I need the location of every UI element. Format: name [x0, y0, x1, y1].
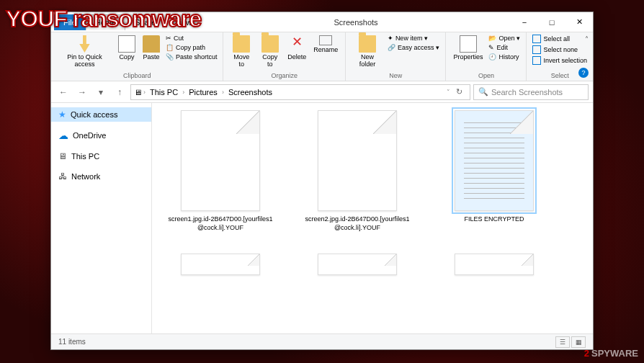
edit-button[interactable]: ✎Edit	[487, 43, 522, 52]
addressbar: ← → ▾ ↑ 🖥 › This PC › Pictures › Screens…	[51, 81, 593, 103]
copy-path-button[interactable]: 📋Copy path	[164, 43, 219, 52]
ribbon-group-label: Clipboard	[55, 72, 218, 81]
properties-button[interactable]: Properties	[450, 34, 486, 63]
properties-icon	[460, 35, 477, 53]
sidebar-item-onedrive[interactable]: ☁ OneDrive	[51, 127, 151, 143]
file-thumb	[455, 110, 534, 211]
forward-button[interactable]: →	[74, 84, 90, 100]
pc-icon: 🖥	[134, 88, 142, 97]
minimize-button[interactable]: −	[511, 12, 538, 32]
pin-quick-access-button[interactable]: Pin to Quick access	[55, 34, 114, 70]
copy-button[interactable]: Copy	[115, 34, 138, 63]
sidebar: ★ Quick access ☁ OneDrive 🖥 This PC 🖧 Ne…	[51, 103, 152, 333]
file-item[interactable]: screen1.jpg.id-2B647D00.[yourfiles1@cock…	[166, 110, 274, 232]
file-pane[interactable]: screen1.jpg.id-2B647D00.[yourfiles1@cock…	[152, 103, 593, 333]
access-icon: 🔗	[388, 44, 395, 51]
file-thumb	[318, 254, 397, 275]
window-title: Screenshots	[201, 18, 511, 27]
chevron-right-icon: ›	[143, 89, 146, 96]
open-icon: 📂	[488, 35, 496, 42]
rename-icon	[319, 35, 332, 45]
up-button[interactable]: ↑	[112, 84, 128, 100]
move-to-button[interactable]: Move to	[228, 34, 255, 70]
network-icon: 🖧	[58, 171, 67, 182]
select-none-button[interactable]: Select none	[531, 45, 589, 55]
file-thumb	[181, 110, 260, 211]
sidebar-item-quick-access[interactable]: ★ Quick access	[51, 107, 151, 122]
file-thumb	[181, 254, 260, 275]
folder-icon	[261, 35, 279, 53]
folder-icon	[359, 35, 376, 53]
view-icons-button[interactable]: ▦	[571, 336, 586, 348]
new-icon: ✦	[388, 35, 393, 42]
new-item-button[interactable]: ✦New item▾	[386, 34, 442, 42]
cut-button[interactable]: ✂Cut	[164, 34, 219, 42]
breadcrumb-part[interactable]: Pictures	[186, 88, 220, 97]
breadcrumb[interactable]: 🖥 › This PC › Pictures › Screenshots ˅ ↻	[130, 84, 470, 100]
file-label: FILES ENCRYPTED	[465, 215, 524, 224]
copy-to-button[interactable]: Copy to	[256, 34, 283, 70]
overlay-title: YOUF ransomware	[6, 6, 201, 32]
check-icon	[532, 35, 541, 43]
close-button[interactable]: ✕	[565, 12, 593, 32]
explorer-window: File Home Share View Screenshots − □ ✕ P…	[50, 12, 594, 350]
file-label: screen1.jpg.id-2B647D00.[yourfiles1@cock…	[166, 215, 274, 232]
file-item[interactable]	[440, 254, 548, 275]
chevron-down-icon[interactable]: ˅	[447, 89, 450, 96]
breadcrumb-part[interactable]: This PC	[147, 88, 181, 97]
ribbon-group-label: Open	[450, 72, 522, 81]
star-icon: ★	[58, 109, 66, 120]
sidebar-item-network[interactable]: 🖧 Network	[51, 169, 151, 184]
rename-button[interactable]: Rename	[310, 34, 341, 55]
chevron-down-icon: ▾	[424, 35, 428, 42]
open-button[interactable]: 📂Open▾	[487, 34, 522, 42]
file-item[interactable]: FILES ENCRYPTED	[440, 110, 548, 232]
file-thumb	[455, 254, 534, 275]
search-input[interactable]: 🔍 Search Screenshots	[473, 84, 589, 100]
path-icon: 📋	[166, 44, 174, 51]
file-label: screen2.jpg.id-2B647D00.[yourfiles1@cock…	[303, 215, 411, 232]
delete-button[interactable]: ✕ Delete	[285, 34, 309, 63]
sidebar-item-this-pc[interactable]: 🖥 This PC	[51, 149, 151, 163]
select-all-button[interactable]: Select all	[531, 34, 589, 44]
history-button[interactable]: 🕘History	[487, 53, 522, 61]
search-icon: 🔍	[478, 87, 488, 97]
shortcut-icon: 📎	[166, 53, 174, 60]
paste-button[interactable]: Paste	[140, 34, 163, 63]
chevron-right-icon: ›	[182, 89, 184, 96]
ribbon-group-label: Organize	[228, 72, 341, 81]
pin-icon	[76, 35, 93, 53]
file-item[interactable]	[166, 254, 274, 275]
easy-access-button[interactable]: 🔗Easy access▾	[386, 43, 442, 52]
folder-icon	[233, 35, 250, 53]
chevron-down-icon: ▾	[436, 44, 439, 51]
help-button[interactable]: ?	[578, 68, 589, 78]
cut-icon: ✂	[166, 35, 171, 42]
check-icon	[532, 45, 541, 54]
invert-selection-button[interactable]: Invert selection	[531, 55, 589, 66]
new-folder-button[interactable]: New folder	[350, 34, 385, 70]
copy-icon	[118, 35, 135, 53]
back-button[interactable]: ←	[55, 84, 71, 100]
view-details-button[interactable]: ☰	[555, 336, 570, 348]
ribbon-collapse-button[interactable]: ˄	[585, 35, 589, 43]
watermark: 2SPYWARE	[584, 348, 638, 359]
file-thumb	[318, 110, 397, 211]
chevron-right-icon: ›	[222, 89, 224, 96]
file-item[interactable]: screen2.jpg.id-2B647D00.[yourfiles1@cock…	[303, 110, 411, 232]
item-count: 11 items	[58, 338, 86, 346]
delete-icon: ✕	[288, 35, 305, 53]
pc-icon: 🖥	[58, 151, 67, 161]
history-icon: 🕘	[488, 53, 496, 60]
recent-button[interactable]: ▾	[93, 84, 109, 100]
chevron-down-icon: ▾	[516, 35, 520, 42]
paste-shortcut-button[interactable]: 📎Paste shortcut	[164, 53, 219, 61]
file-item[interactable]	[303, 254, 411, 275]
ribbon-group-label: New	[350, 72, 441, 81]
breadcrumb-part[interactable]: Screenshots	[225, 88, 275, 97]
cloud-icon: ☁	[58, 130, 68, 141]
ribbon: Pin to Quick access Copy Paste ✂Cut 📋Cop…	[51, 32, 593, 81]
edit-icon: ✎	[488, 44, 494, 51]
refresh-button[interactable]: ↻	[452, 87, 467, 97]
maximize-button[interactable]: □	[538, 12, 565, 32]
